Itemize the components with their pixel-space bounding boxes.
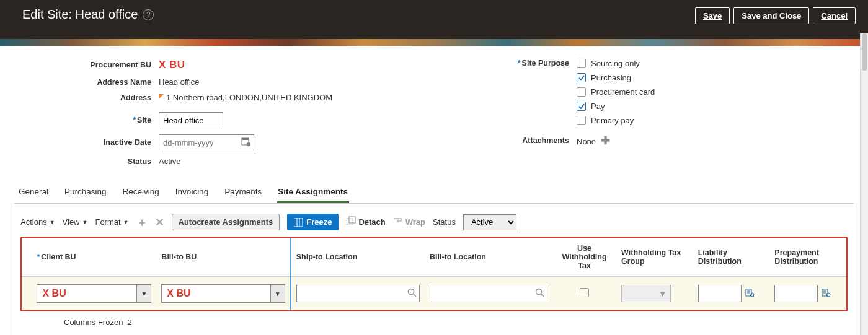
svg-line-16 [753,296,755,297]
address-name-label: Address Name [14,78,159,87]
inactive-date-label: Inactive Date [14,138,159,147]
ship-to-search-icon[interactable] [407,288,417,299]
vertical-scrollbar[interactable] [860,33,868,335]
autocreate-assignments-button[interactable]: Autocreate Assignments [172,214,280,230]
save-and-close-button[interactable]: Save and Close [733,7,809,24]
col-liability-distribution[interactable]: Liability Distribution [693,238,770,277]
calendar-icon[interactable] [241,136,252,147]
page-title: Edit Site: Head office ? [22,7,154,22]
freeze-button[interactable]: Freeze [287,214,339,230]
col-bill-to-location[interactable]: Bill-to Location [425,238,552,277]
status-value: Active [159,157,180,166]
attachments-value-wrap: None ✚ [577,136,610,146]
tab-receiving[interactable]: Receiving [122,182,161,203]
bill-to-bu-value: X BU [161,284,270,303]
purchasing-checkbox[interactable] [577,73,586,82]
toolbar-status-label: Status [433,217,456,227]
svg-rect-6 [347,219,353,225]
col-bill-to-bu[interactable]: Bill-to BU [156,238,290,277]
col-row-selector [22,238,32,277]
format-menu[interactable]: Format▼ [95,217,128,227]
attachments-value: None [577,137,596,146]
freeze-icon [294,218,303,227]
actions-menu[interactable]: Actions▼ [20,217,55,227]
delete-row-icon[interactable]: ✕ [155,215,164,229]
svg-point-2 [247,142,250,146]
bill-to-search-icon[interactable] [535,288,544,299]
address-name-value: Head office [159,77,200,87]
prepayment-distribution-input[interactable] [774,285,818,302]
procurement-bu-label: Procurement BU [14,61,159,69]
table-row: X BU ▼ X BU ▼ [22,277,846,311]
client-bu-value: X BU [37,284,136,303]
tab-invoicing[interactable]: Invoicing [174,182,210,203]
col-withholding-tax-group[interactable]: Withholding Tax Group [616,238,693,277]
procurement-bu-value: X BU [159,59,185,71]
use-withholding-tax-checkbox[interactable] [580,288,589,297]
inactive-date-input[interactable] [159,134,254,150]
liability-distribution-input[interactable] [698,285,742,302]
status-label: Status [14,157,159,166]
col-client-bu[interactable]: *Client BU [32,238,156,277]
cancel-button[interactable]: Cancel [813,7,856,24]
col-ship-to-location[interactable]: Ship-to Location [291,238,425,277]
add-row-icon[interactable]: ＋ [136,215,148,230]
page-title-text: Edit Site: Head office [22,7,138,22]
save-button-label: Save [703,11,722,20]
address-value-wrap: 1 Northern road,LONDON,UNITED KINGDOM [159,93,332,102]
tabs: General Purchasing Receiving Invoicing P… [14,182,854,204]
bill-to-bu-dropdown-icon[interactable]: ▼ [270,284,285,303]
view-menu[interactable]: View▼ [63,217,88,227]
wrap-button[interactable]: Wrap [393,217,425,227]
client-bu-combo[interactable]: X BU ▼ [37,284,151,303]
svg-point-10 [536,289,542,295]
liability-search-icon[interactable] [745,288,755,300]
ship-to-location-input[interactable] [296,285,420,302]
add-attachment-icon[interactable]: ✚ [601,134,610,147]
pay-label: Pay [591,102,604,111]
svg-rect-1 [242,138,249,140]
svg-rect-7 [349,217,355,223]
sourcing-only-checkbox[interactable] [577,59,586,68]
svg-rect-3 [294,218,303,227]
primary-pay-label: Primary pay [591,116,634,125]
purchasing-label: Purchasing [591,73,631,82]
address-label: Address [14,94,159,102]
bill-to-location-input[interactable] [430,285,547,302]
col-use-withholding-tax[interactable]: Use Withholding Tax [552,238,616,277]
svg-line-11 [541,294,544,297]
columns-frozen-note: Columns Frozen 2 [20,311,848,327]
tab-purchasing[interactable]: Purchasing [63,182,108,203]
client-bu-dropdown-icon[interactable]: ▼ [136,284,151,303]
wrap-icon [393,217,403,227]
tab-general[interactable]: General [17,182,50,203]
attachments-label: Attachments [453,136,577,145]
toolbar-status-select[interactable]: Active [463,214,516,230]
col-prepayment-distribution[interactable]: Prepayment Distribution [769,238,846,277]
pay-checkbox[interactable] [577,102,586,111]
save-and-close-label: Save and Close [742,11,801,20]
detach-button[interactable]: Detach [346,216,385,228]
save-button[interactable]: Save [695,7,730,24]
detach-icon [346,216,356,228]
address-value: 1 Northern road,LONDON,UNITED KINGDOM [166,93,332,102]
prepayment-search-icon[interactable] [822,288,831,300]
site-assignments-panel: Actions▼ View▼ Format▼ ＋ ✕ Autocreate As… [14,204,854,335]
procurement-card-label: Procurement card [591,87,655,97]
withholding-tax-group-combo[interactable]: ▼ [621,285,671,302]
bill-to-bu-combo[interactable]: X BU ▼ [161,284,285,303]
assignments-grid: *Client BU Bill-to BU Ship-to Location B… [20,237,848,311]
tab-payments[interactable]: Payments [223,182,263,203]
svg-line-9 [414,294,416,297]
site-input[interactable] [159,112,223,128]
header-bar: Edit Site: Head office ? Save Save and C… [0,0,868,39]
tab-site-assignments[interactable]: Site Assignments [277,182,349,203]
cancel-button-label: Cancel [821,11,848,20]
site-purpose-label: *Site Purpose [453,59,577,67]
primary-pay-checkbox[interactable] [577,116,586,125]
site-label: *Site [14,116,159,124]
procurement-card-checkbox[interactable] [577,87,586,97]
help-icon[interactable]: ? [143,9,154,20]
sourcing-only-label: Sourcing only [591,59,640,68]
row-selector[interactable] [22,277,32,311]
